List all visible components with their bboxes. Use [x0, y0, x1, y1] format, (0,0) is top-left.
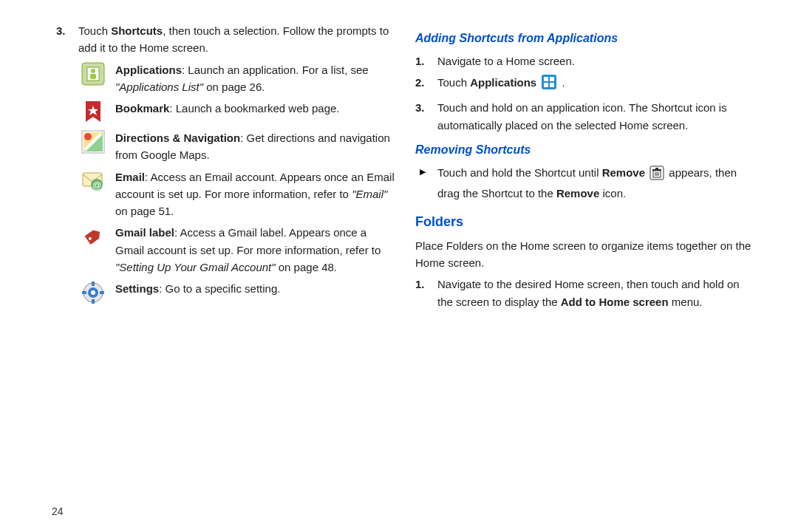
shortcut-row-email: @ Email: Access an Email account. Appear…: [78, 168, 398, 220]
heading-folders: Folders: [415, 212, 757, 233]
applications-link: "Applications List": [115, 81, 203, 93]
directions-icon: [78, 129, 108, 154]
gmail-label-icon: [78, 224, 108, 249]
svg-text:@: @: [92, 180, 101, 191]
step-3: Touch Shortcuts, then touch a selection.…: [56, 22, 398, 57]
f1b: Add to Home screen: [561, 296, 669, 308]
email-title: Email: [115, 171, 145, 183]
trash-icon: [649, 166, 664, 185]
svg-rect-30: [652, 169, 661, 171]
add-step-1-text: Navigate to a Home screen.: [437, 55, 575, 67]
add-step-3-text: Touch and hold on an application icon. T…: [437, 101, 727, 131]
applications-icon: [78, 61, 108, 86]
email-link: "Email": [352, 188, 387, 200]
heading-adding-shortcuts: Adding Shortcuts from Applications: [415, 30, 757, 48]
page-container: Touch Shortcuts, then touch a selection.…: [0, 0, 798, 532]
page-number: 24: [52, 505, 64, 517]
left-column: Touch Shortcuts, then touch a selection.…: [27, 22, 406, 532]
rem-b: Remove: [602, 166, 645, 179]
add-step-2b: Applications: [470, 76, 536, 89]
folder-steps: Navigate to the desired Home screen, the…: [415, 276, 757, 310]
email-body2: on page 51.: [115, 205, 174, 217]
rem-a: Touch and hold the Shortcut until: [437, 166, 602, 179]
folders-intro: Place Folders on the Home screen to orga…: [415, 237, 757, 272]
bookmark-body1: : Launch a bookmarked web page.: [169, 102, 339, 115]
gmail-link: "Setting Up Your Gmail Account": [115, 261, 276, 273]
step3-text-a: Touch: [78, 24, 111, 37]
directions-text: Directions & Navigation: Get directions …: [108, 129, 398, 164]
bookmark-title: Bookmark: [115, 102, 169, 115]
svg-rect-22: [550, 77, 554, 81]
applications-title: Applications: [115, 64, 182, 76]
svg-rect-31: [655, 168, 658, 169]
shortcut-row-applications: Applications: Launch an application. For…: [78, 61, 398, 96]
apps-grid-icon: [541, 74, 557, 95]
email-text: Email: Access an Email account. Appears …: [108, 168, 398, 220]
svg-rect-23: [544, 83, 548, 87]
add-step-1: Navigate to a Home screen.: [415, 52, 757, 69]
settings-body1: : Go to a specific setting.: [159, 282, 280, 295]
remove-item: Touch and hold the Shortcut until Remove…: [415, 164, 757, 202]
svg-point-8: [84, 133, 92, 140]
settings-text: Settings: Go to a specific setting.: [108, 280, 398, 297]
applications-body1: : Launch an application. For a list, see: [182, 64, 369, 76]
right-column: Adding Shortcuts from Applications Navig…: [406, 22, 771, 532]
svg-point-19: [91, 290, 95, 295]
add-step-2a: Touch: [437, 76, 470, 89]
svg-rect-18: [100, 291, 104, 294]
settings-icon: [78, 280, 108, 305]
f1c: menu.: [669, 296, 703, 308]
bookmark-text: Bookmark: Launch a bookmarked web page.: [108, 100, 398, 117]
shortcut-row-settings: Settings: Go to a specific setting.: [78, 280, 398, 305]
applications-text: Applications: Launch an application. For…: [108, 61, 398, 96]
svg-rect-3: [90, 74, 96, 79]
svg-rect-21: [544, 77, 548, 81]
svg-rect-17: [82, 291, 86, 294]
shortcut-row-directions: Directions & Navigation: Get directions …: [78, 129, 398, 164]
bookmark-icon: [78, 100, 108, 125]
rem-d: Remove: [556, 187, 599, 200]
svg-rect-24: [550, 83, 554, 87]
directions-title: Directions & Navigation: [115, 132, 240, 144]
shortcut-row-gmail: Gmail label: Access a Gmail label. Appea…: [78, 224, 398, 276]
heading-removing-shortcuts: Removing Shortcuts: [415, 141, 757, 160]
folder-step-1: Navigate to the desired Home screen, the…: [415, 276, 757, 310]
gmail-body2: on page 48.: [276, 261, 337, 273]
svg-point-2: [91, 69, 95, 73]
add-step-2: Touch Applications .: [415, 74, 757, 95]
svg-rect-15: [92, 282, 95, 286]
applications-body2: on page 26.: [203, 81, 265, 93]
add-step-3: Touch and hold on an application icon. T…: [415, 99, 757, 134]
rem-e: icon.: [599, 187, 626, 200]
add-step-2c: .: [559, 76, 565, 89]
gmail-text: Gmail label: Access a Gmail label. Appea…: [108, 224, 398, 276]
step3-text-b: Shortcuts: [111, 24, 163, 37]
email-icon: @: [78, 168, 108, 194]
step-list: Touch Shortcuts, then touch a selection.…: [56, 22, 398, 57]
svg-rect-16: [92, 299, 95, 304]
shortcut-row-bookmark: Bookmark: Launch a bookmarked web page.: [78, 100, 398, 125]
remove-list: Touch and hold the Shortcut until Remove…: [415, 164, 757, 202]
add-shortcut-steps: Navigate to a Home screen. Touch Applica…: [415, 52, 757, 134]
settings-title: Settings: [115, 282, 159, 295]
gmail-title: Gmail label: [115, 226, 174, 239]
